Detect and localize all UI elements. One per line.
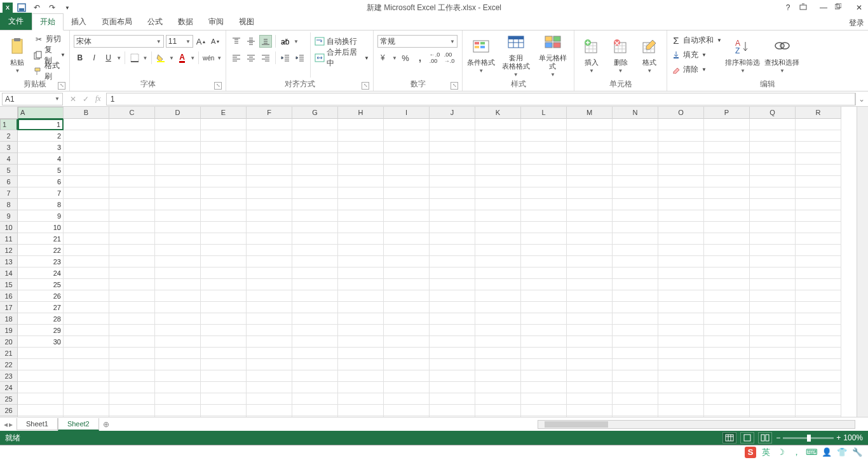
border-button[interactable] bbox=[128, 51, 140, 64]
cell-K10[interactable] bbox=[475, 222, 521, 233]
cell-K23[interactable] bbox=[475, 370, 521, 382]
row-header-14[interactable]: 14 bbox=[0, 267, 18, 279]
cell-L5[interactable] bbox=[521, 165, 567, 176]
cell-R2[interactable] bbox=[796, 130, 841, 142]
cell-O21[interactable] bbox=[658, 348, 704, 359]
cell-D22[interactable] bbox=[155, 359, 201, 370]
cell-C10[interactable] bbox=[109, 222, 155, 233]
cell-E1[interactable] bbox=[201, 119, 247, 130]
cell-I19[interactable] bbox=[384, 325, 430, 336]
cell-R14[interactable] bbox=[796, 267, 841, 279]
cell-R12[interactable] bbox=[796, 245, 841, 256]
cell-M18[interactable] bbox=[567, 313, 613, 325]
cell-A24[interactable] bbox=[18, 382, 64, 393]
cell-Q4[interactable] bbox=[750, 153, 796, 165]
cell-D11[interactable] bbox=[155, 233, 201, 245]
clear-button[interactable]: 清除▼ bbox=[671, 63, 722, 76]
cell-Q5[interactable] bbox=[750, 165, 796, 176]
cell-E23[interactable] bbox=[201, 370, 247, 382]
cell-L24[interactable] bbox=[521, 382, 567, 393]
conditional-format-button[interactable]: 条件格式▼ bbox=[466, 32, 496, 78]
cell-M2[interactable] bbox=[567, 130, 613, 142]
cell-G25[interactable] bbox=[292, 393, 338, 405]
cell-C24[interactable] bbox=[109, 382, 155, 393]
col-header-G[interactable]: G bbox=[292, 107, 338, 119]
cell-P9[interactable] bbox=[704, 210, 750, 222]
tab-layout[interactable]: 页面布局 bbox=[94, 14, 140, 30]
cell-L12[interactable] bbox=[521, 245, 567, 256]
cell-B6[interactable] bbox=[64, 176, 109, 187]
clipboard-dialog-icon[interactable]: ⤡ bbox=[58, 82, 65, 90]
cell-F14[interactable] bbox=[247, 267, 292, 279]
cell-E17[interactable] bbox=[201, 302, 247, 313]
cell-L9[interactable] bbox=[521, 210, 567, 222]
tab-insert[interactable]: 插入 bbox=[64, 14, 94, 30]
col-header-C[interactable]: C bbox=[109, 107, 155, 119]
row-header-22[interactable]: 22 bbox=[0, 359, 18, 370]
col-header-K[interactable]: K bbox=[475, 107, 521, 119]
cell-E22[interactable] bbox=[201, 359, 247, 370]
cell-D20[interactable] bbox=[155, 336, 201, 348]
sheet-tab-1[interactable]: Sheet1 bbox=[17, 418, 58, 430]
cell-O26[interactable] bbox=[658, 405, 704, 416]
cell-F17[interactable] bbox=[247, 302, 292, 313]
cell-A4[interactable]: 4 bbox=[18, 153, 64, 165]
cell-M16[interactable] bbox=[567, 290, 613, 302]
cell-C1[interactable] bbox=[109, 119, 155, 130]
cell-I27[interactable] bbox=[384, 416, 430, 417]
cell-P7[interactable] bbox=[704, 187, 750, 199]
cell-C25[interactable] bbox=[109, 393, 155, 405]
sheet-nav-last-icon[interactable]: ▸ bbox=[9, 420, 13, 429]
sheet-tab-2[interactable]: Sheet2 bbox=[58, 418, 99, 431]
cell-C7[interactable] bbox=[109, 187, 155, 199]
cell-G22[interactable] bbox=[292, 359, 338, 370]
cell-F25[interactable] bbox=[247, 393, 292, 405]
cell-F13[interactable] bbox=[247, 256, 292, 267]
cell-A2[interactable]: 2 bbox=[18, 130, 64, 142]
cell-P21[interactable] bbox=[704, 348, 750, 359]
cell-J25[interactable] bbox=[430, 393, 475, 405]
decrease-indent-icon[interactable] bbox=[279, 51, 292, 64]
cell-R24[interactable] bbox=[796, 382, 841, 393]
cell-D6[interactable] bbox=[155, 176, 201, 187]
cell-E19[interactable] bbox=[201, 325, 247, 336]
cell-J8[interactable] bbox=[430, 199, 475, 210]
cell-M6[interactable] bbox=[567, 176, 613, 187]
cell-D24[interactable] bbox=[155, 382, 201, 393]
cell-E9[interactable] bbox=[201, 210, 247, 222]
cell-I5[interactable] bbox=[384, 165, 430, 176]
cell-C26[interactable] bbox=[109, 405, 155, 416]
cell-Q8[interactable] bbox=[750, 199, 796, 210]
cell-R26[interactable] bbox=[796, 405, 841, 416]
cell-H9[interactable] bbox=[338, 210, 384, 222]
cell-H7[interactable] bbox=[338, 187, 384, 199]
cell-G6[interactable] bbox=[292, 176, 338, 187]
row-header-20[interactable]: 20 bbox=[0, 336, 18, 348]
cell-B18[interactable] bbox=[64, 313, 109, 325]
cell-H21[interactable] bbox=[338, 348, 384, 359]
vertical-scrollbar[interactable] bbox=[857, 107, 868, 417]
cell-C8[interactable] bbox=[109, 199, 155, 210]
cell-Q14[interactable] bbox=[750, 267, 796, 279]
cell-C18[interactable] bbox=[109, 313, 155, 325]
cell-R17[interactable] bbox=[796, 302, 841, 313]
cell-G26[interactable] bbox=[292, 405, 338, 416]
cell-O16[interactable] bbox=[658, 290, 704, 302]
row-header-23[interactable]: 23 bbox=[0, 370, 18, 382]
row-header-17[interactable]: 17 bbox=[0, 302, 18, 313]
cell-N16[interactable] bbox=[613, 290, 658, 302]
cell-D9[interactable] bbox=[155, 210, 201, 222]
cell-D17[interactable] bbox=[155, 302, 201, 313]
cell-I4[interactable] bbox=[384, 153, 430, 165]
cell-I14[interactable] bbox=[384, 267, 430, 279]
cell-O23[interactable] bbox=[658, 370, 704, 382]
row-header-6[interactable]: 6 bbox=[0, 176, 18, 187]
cell-Q20[interactable] bbox=[750, 336, 796, 348]
cell-N5[interactable] bbox=[613, 165, 658, 176]
cell-C27[interactable] bbox=[109, 416, 155, 417]
cell-D10[interactable] bbox=[155, 222, 201, 233]
cell-B17[interactable] bbox=[64, 302, 109, 313]
cell-K19[interactable] bbox=[475, 325, 521, 336]
cell-O6[interactable] bbox=[658, 176, 704, 187]
cell-G5[interactable] bbox=[292, 165, 338, 176]
